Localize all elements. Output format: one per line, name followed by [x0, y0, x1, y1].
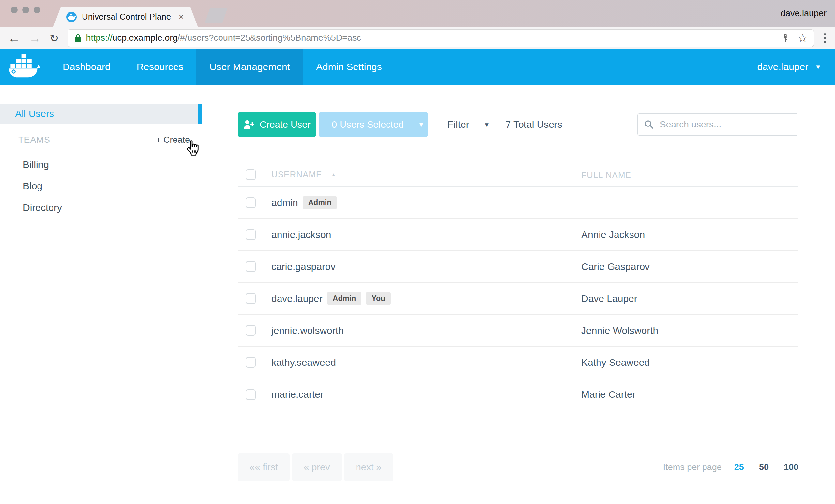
table-row: annie.jackson Annie Jackson — [238, 219, 798, 251]
items-per-page-25[interactable]: 25 — [734, 462, 744, 472]
teams-list: BillingBlogDirectory — [0, 154, 202, 218]
chevron-down-icon: ▼ — [815, 64, 821, 70]
sidebar: All Users TEAMS + Create BillingBlogDire… — [0, 85, 202, 504]
prev-page-button[interactable]: « prev — [292, 454, 342, 481]
close-window-button[interactable] — [11, 6, 18, 13]
full-name-cell: Annie Jackson — [581, 229, 798, 240]
url-scheme: https:// — [86, 33, 113, 43]
user-menu-label: dave.lauper — [757, 61, 808, 72]
create-user-button[interactable]: Create User — [238, 112, 316, 137]
filter-label: Filter — [448, 119, 469, 130]
address-bar[interactable]: https://ucp.example.org/#/users?count=25… — [67, 29, 814, 47]
bookmark-star-icon[interactable]: ☆ — [797, 32, 808, 44]
username-cell[interactable]: jennie.wolsworth — [271, 325, 344, 336]
first-page-button[interactable]: «« first — [238, 454, 290, 481]
browser-toolbar: ← → ↻ https://ucp.example.org/#/users?co… — [0, 27, 835, 49]
full-name-cell: Jennie Wolsworth — [581, 325, 798, 336]
tab-favicon-docker-icon — [66, 12, 77, 22]
full-name-cell: Kathy Seaweed — [581, 357, 798, 368]
table-row: kathy.seaweed Kathy Seaweed — [238, 346, 798, 378]
browser-profile-name[interactable]: dave.lauper — [780, 8, 827, 19]
username-cell[interactable]: admin — [271, 197, 298, 208]
column-header-username[interactable]: USERNAME — [271, 169, 322, 180]
username-cell[interactable]: kathy.seaweed — [271, 357, 336, 368]
table-row: carie.gasparov Carie Gasparov — [238, 251, 798, 282]
new-tab-button[interactable] — [205, 8, 228, 23]
username-cell[interactable]: dave.lauper — [271, 293, 323, 304]
docker-logo-icon[interactable] — [0, 49, 49, 85]
nav-tab-user-management[interactable]: User Management — [196, 49, 303, 85]
create-user-label: Create User — [260, 119, 310, 130]
nav-tab-dashboard[interactable]: Dashboard — [49, 49, 124, 85]
badge-you: You — [366, 292, 391, 305]
sidebar-item-all-users[interactable]: All Users — [0, 104, 202, 124]
badge-admin: Admin — [303, 196, 337, 209]
browser-window: Universal Control Plane × dave.lauper ← … — [0, 0, 835, 504]
badge-admin: Admin — [327, 292, 362, 305]
table-header-row: USERNAME ▲ FULL NAME — [238, 163, 798, 187]
column-header-full-name[interactable]: FULL NAME — [581, 170, 631, 180]
browser-tab[interactable]: Universal Control Plane × — [53, 6, 198, 27]
users-selected-label: 0 Users Selected — [332, 119, 404, 130]
items-per-page-options: 2550100 — [734, 462, 798, 472]
zoom-window-button[interactable] — [34, 6, 40, 13]
search-input[interactable] — [660, 119, 792, 130]
teams-section-header: TEAMS — [18, 135, 50, 145]
back-icon[interactable]: ← — [8, 32, 20, 44]
chevron-down-icon: ▼ — [418, 121, 425, 128]
items-per-page-50[interactable]: 50 — [759, 462, 769, 472]
reload-icon[interactable]: ↻ — [49, 31, 59, 45]
tab-close-icon[interactable]: × — [179, 12, 184, 22]
row-checkbox[interactable] — [246, 357, 256, 368]
sidebar-item-team-billing[interactable]: Billing — [0, 154, 202, 175]
https-lock-icon — [74, 33, 82, 43]
users-table: USERNAME ▲ FULL NAME admin Admin annie.j… — [238, 163, 798, 411]
search-icon — [644, 120, 654, 129]
sidebar-item-team-directory[interactable]: Directory — [0, 197, 202, 218]
total-users-count: 7 Total Users — [505, 119, 562, 130]
username-cell[interactable]: annie.jackson — [271, 229, 331, 240]
minimize-window-button[interactable] — [22, 6, 29, 13]
username-cell[interactable]: carie.gasparov — [271, 261, 335, 272]
full-name-cell: Dave Lauper — [581, 293, 798, 304]
chevron-down-icon: ▼ — [484, 122, 490, 128]
browser-menu-icon[interactable] — [822, 32, 827, 44]
table-body: admin Admin annie.jackson Annie Jackson … — [238, 187, 798, 411]
nav-tab-resources[interactable]: Resources — [124, 49, 196, 85]
next-page-button[interactable]: next » — [344, 454, 393, 481]
window-titlebar: Universal Control Plane × dave.lauper — [0, 0, 835, 27]
app-navbar: DashboardResourcesUser ManagementAdmin S… — [0, 49, 835, 85]
mouse-cursor-pointer — [185, 140, 202, 156]
row-checkbox[interactable] — [246, 229, 256, 240]
window-controls[interactable] — [11, 6, 40, 13]
search-box[interactable] — [637, 113, 798, 135]
table-row: admin Admin — [238, 187, 798, 219]
full-name-cell: Marie Carter — [581, 389, 798, 400]
select-all-checkbox[interactable] — [246, 169, 256, 180]
sort-ascending-icon[interactable]: ▲ — [331, 172, 336, 177]
row-checkbox[interactable] — [246, 261, 256, 272]
user-menu[interactable]: dave.lauper ▼ — [744, 49, 835, 85]
password-key-icon[interactable] — [780, 33, 790, 43]
items-per-page-label: Items per page — [663, 462, 722, 472]
table-row: jennie.wolsworth Jennie Wolsworth — [238, 315, 798, 346]
pagination: «« first « prev next » Items per page 25… — [238, 454, 798, 481]
sidebar-item-team-blog[interactable]: Blog — [0, 175, 202, 197]
full-name-cell: Carie Gasparov — [581, 261, 798, 272]
users-selected-dropdown[interactable]: 0 Users Selected ▼ — [319, 112, 428, 137]
content-area: Create User 0 Users Selected ▼ Filter ▼ … — [202, 85, 835, 504]
row-checkbox[interactable] — [246, 325, 256, 336]
username-cell[interactable]: marie.carter — [271, 389, 324, 400]
url-host: ucp.example.org — [113, 33, 178, 43]
forward-icon[interactable]: → — [29, 32, 41, 44]
row-checkbox[interactable] — [246, 293, 256, 304]
filter-dropdown[interactable]: Filter ▼ — [448, 119, 490, 130]
row-checkbox[interactable] — [246, 389, 256, 400]
app-nav-items: DashboardResourcesUser ManagementAdmin S… — [49, 49, 395, 85]
row-checkbox[interactable] — [246, 197, 256, 208]
nav-tab-admin-settings[interactable]: Admin Settings — [303, 49, 395, 85]
tab-title: Universal Control Plane — [82, 12, 174, 22]
table-row: marie.carter Marie Carter — [238, 378, 798, 411]
table-row: dave.lauper AdminYou Dave Lauper — [238, 282, 798, 315]
items-per-page-100[interactable]: 100 — [784, 462, 798, 472]
